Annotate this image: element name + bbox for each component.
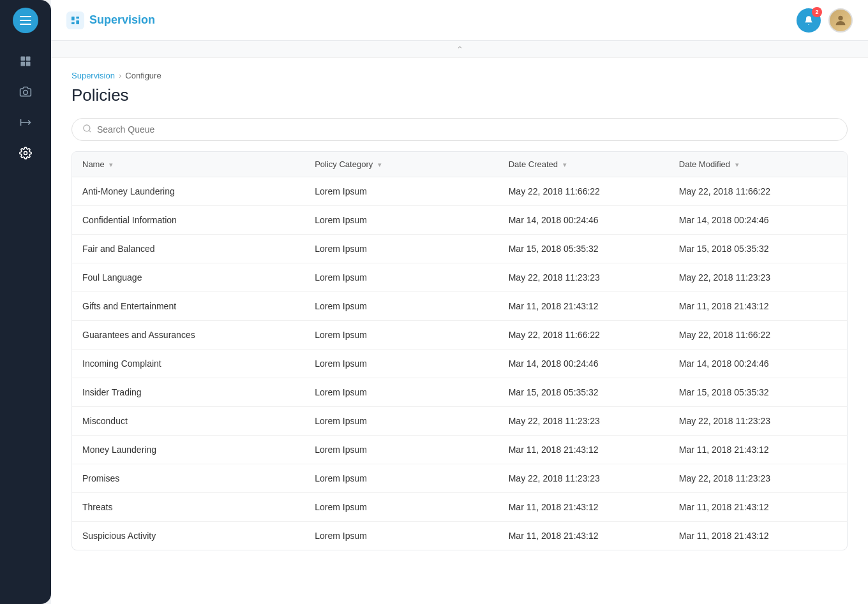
svg-rect-3 xyxy=(26,62,31,66)
topbar: Supervision 2 xyxy=(51,0,868,41)
cell-created: May 22, 2018 11:23:23 xyxy=(498,407,669,436)
cell-category: Lorem Ipsum xyxy=(304,206,498,235)
sidebar xyxy=(0,0,51,604)
svg-rect-7 xyxy=(76,17,79,18)
table-row[interactable]: Suspicious Activity Lorem Ipsum Mar 11, … xyxy=(72,522,847,550)
table-row[interactable]: Confidential Information Lorem Ipsum Mar… xyxy=(72,206,847,235)
name-sort-icon: ▾ xyxy=(109,161,113,168)
cell-created: May 22, 2018 11:23:23 xyxy=(498,263,669,292)
cell-modified: May 22, 2018 11:23:23 xyxy=(669,464,847,493)
table-row[interactable]: Anti-Money Laundering Lorem Ipsum May 22… xyxy=(72,177,847,206)
cell-created: Mar 14, 2018 00:24:46 xyxy=(498,350,669,378)
cell-modified: Mar 11, 2018 21:43:12 xyxy=(669,436,847,464)
cell-modified: May 22, 2018 11:23:23 xyxy=(669,407,847,436)
cell-category: Lorem Ipsum xyxy=(304,350,498,378)
svg-rect-9 xyxy=(71,22,75,24)
hamburger-button[interactable] xyxy=(13,8,38,33)
cell-name: Guarantees and Assurances xyxy=(72,321,304,350)
cell-name: Gifts and Entertainment xyxy=(72,292,304,321)
cell-name: Incoming Complaint xyxy=(72,350,304,378)
collapse-handle[interactable]: ⌃ xyxy=(51,41,868,58)
cell-modified: May 22, 2018 11:66:22 xyxy=(669,321,847,350)
svg-rect-6 xyxy=(71,17,75,20)
cell-created: Mar 15, 2018 05:35:32 xyxy=(498,378,669,407)
cell-category: Lorem Ipsum xyxy=(304,321,498,350)
cell-category: Lorem Ipsum xyxy=(304,378,498,407)
col-header-created[interactable]: Date Created ▾ xyxy=(498,152,669,177)
sidebar-item-settings[interactable] xyxy=(13,140,38,166)
cell-modified: Mar 11, 2018 21:43:12 xyxy=(669,493,847,522)
main-content: Supervision 2 ⌃ Supervision › Configure … xyxy=(51,0,868,604)
brand-icon xyxy=(66,11,84,29)
content-inner: Supervision › Configure Policies xyxy=(51,58,868,604)
cell-modified: Mar 15, 2018 05:35:32 xyxy=(669,235,847,263)
sidebar-item-camera[interactable] xyxy=(13,79,38,105)
brand-title: Supervision xyxy=(89,13,155,27)
category-sort-icon: ▾ xyxy=(378,161,382,168)
table-row[interactable]: Money Laundering Lorem Ipsum Mar 11, 201… xyxy=(72,436,847,464)
cell-name: Suspicious Activity xyxy=(72,522,304,550)
cell-modified: Mar 11, 2018 21:43:12 xyxy=(669,522,847,550)
cell-category: Lorem Ipsum xyxy=(304,263,498,292)
table-row[interactable]: Promises Lorem Ipsum May 22, 2018 11:23:… xyxy=(72,464,847,493)
cell-created: Mar 11, 2018 21:43:12 xyxy=(498,522,669,550)
svg-rect-8 xyxy=(76,20,79,24)
cell-modified: May 22, 2018 11:23:23 xyxy=(669,263,847,292)
avatar[interactable] xyxy=(828,8,853,33)
cell-name: Fair and Balanced xyxy=(72,235,304,263)
search-input[interactable] xyxy=(97,124,837,135)
page-title: Policies xyxy=(71,85,848,105)
breadcrumb-root[interactable]: Supervision xyxy=(71,71,115,80)
table-header-row: Name ▾ Policy Category ▾ Date Created ▾ xyxy=(72,152,847,177)
cell-modified: Mar 15, 2018 05:35:32 xyxy=(669,378,847,407)
cell-modified: Mar 14, 2018 00:24:46 xyxy=(669,350,847,378)
sidebar-item-dashboard[interactable] xyxy=(13,48,38,74)
breadcrumb: Supervision › Configure xyxy=(71,71,848,80)
table-row[interactable]: Insider Trading Lorem Ipsum Mar 15, 2018… xyxy=(72,378,847,407)
svg-rect-0 xyxy=(21,57,26,61)
table-row[interactable]: Threats Lorem Ipsum Mar 11, 2018 21:43:1… xyxy=(72,493,847,522)
cell-created: May 22, 2018 11:66:22 xyxy=(498,177,669,206)
breadcrumb-separator: › xyxy=(119,71,121,80)
cell-name: Money Laundering xyxy=(72,436,304,464)
cell-category: Lorem Ipsum xyxy=(304,522,498,550)
cell-created: May 22, 2018 11:66:22 xyxy=(498,321,669,350)
cell-category: Lorem Ipsum xyxy=(304,235,498,263)
cell-created: Mar 11, 2018 21:43:12 xyxy=(498,436,669,464)
cell-created: Mar 11, 2018 21:43:12 xyxy=(498,493,669,522)
svg-rect-1 xyxy=(26,57,31,61)
breadcrumb-current: Configure xyxy=(125,71,161,80)
policies-table-container: Name ▾ Policy Category ▾ Date Created ▾ xyxy=(71,151,848,550)
cell-created: May 22, 2018 11:23:23 xyxy=(498,464,669,493)
content-area: ⌃ Supervision › Configure Policies xyxy=(51,41,868,604)
cell-name: Promises xyxy=(72,464,304,493)
col-header-category[interactable]: Policy Category ▾ xyxy=(304,152,498,177)
svg-point-10 xyxy=(838,15,842,20)
brand: Supervision xyxy=(66,11,155,29)
cell-name: Insider Trading xyxy=(72,378,304,407)
policies-table: Name ▾ Policy Category ▾ Date Created ▾ xyxy=(72,152,847,550)
notification-button[interactable]: 2 xyxy=(797,8,821,33)
col-header-modified[interactable]: Date Modified ▾ xyxy=(669,152,847,177)
chevron-up-icon: ⌃ xyxy=(456,45,463,54)
search-bar xyxy=(71,118,848,141)
cell-created: Mar 11, 2018 21:43:12 xyxy=(498,292,669,321)
cell-name: Threats xyxy=(72,493,304,522)
svg-rect-2 xyxy=(21,62,26,66)
cell-created: Mar 14, 2018 00:24:46 xyxy=(498,206,669,235)
svg-point-5 xyxy=(24,152,27,155)
cell-modified: May 22, 2018 11:66:22 xyxy=(669,177,847,206)
cell-category: Lorem Ipsum xyxy=(304,436,498,464)
table-row[interactable]: Gifts and Entertainment Lorem Ipsum Mar … xyxy=(72,292,847,321)
sidebar-item-export[interactable] xyxy=(13,110,38,135)
col-header-name[interactable]: Name ▾ xyxy=(72,152,304,177)
cell-modified: Mar 11, 2018 21:43:12 xyxy=(669,292,847,321)
table-row[interactable]: Incoming Complaint Lorem Ipsum Mar 14, 2… xyxy=(72,350,847,378)
table-row[interactable]: Fair and Balanced Lorem Ipsum Mar 15, 20… xyxy=(72,235,847,263)
search-icon xyxy=(82,124,92,135)
cell-category: Lorem Ipsum xyxy=(304,464,498,493)
table-row[interactable]: Foul Language Lorem Ipsum May 22, 2018 1… xyxy=(72,263,847,292)
table-row[interactable]: Misconduct Lorem Ipsum May 22, 2018 11:2… xyxy=(72,407,847,436)
table-row[interactable]: Guarantees and Assurances Lorem Ipsum Ma… xyxy=(72,321,847,350)
cell-modified: Mar 14, 2018 00:24:46 xyxy=(669,206,847,235)
